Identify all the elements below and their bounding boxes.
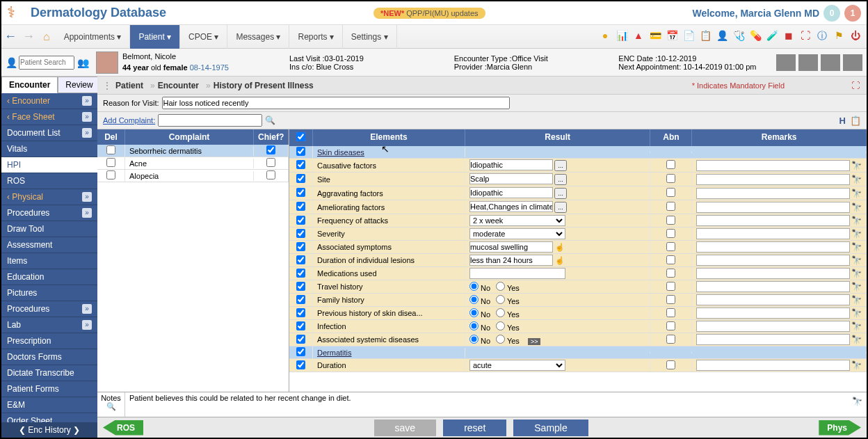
home-icon[interactable]: ⌂ [38,31,56,43]
sidebar-item-encounter[interactable]: ‹ Encounter» [1,93,97,109]
element-row[interactable]: Associated symptoms☝🔭 [289,241,867,254]
search-complaint-icon[interactable]: 🔍 [265,115,275,125]
tab-review[interactable]: Review [58,77,100,93]
col-checkall[interactable] [289,129,313,146]
element-row[interactable]: Site...🔭 [289,173,867,186]
user-icon[interactable]: 👤 [715,30,729,44]
reset-button[interactable]: reset [443,420,506,436]
binoc-icon[interactable]: 🔭 [851,216,862,225]
enc-history-button[interactable]: ❮ Enc History ❯ [1,422,97,438]
sidebar-item-prescription[interactable]: Prescription [1,333,97,349]
flag-icon[interactable]: ⚑ [832,30,846,44]
square-icon[interactable]: ◼ [782,30,796,44]
hand-icon[interactable]: ☝ [555,243,565,251]
expand-icon[interactable]: ⛶ [798,30,812,44]
binoc-icon[interactable]: 🔭 [851,242,862,252]
sidebar-item-procedures[interactable]: Procedures» [1,301,97,317]
chart-icon[interactable]: 📊 [615,30,629,44]
nav-cpoe[interactable]: CPOE ▾ [180,25,227,49]
element-row[interactable]: Severitymoderate🔭 [289,228,867,241]
patient-search-input[interactable] [19,56,74,70]
nav-back-icon[interactable]: ← [1,29,19,43]
hand-icon[interactable]: ☝ [555,256,565,264]
element-row[interactable]: Family history No Yes🔭 [289,294,867,307]
binoc-icon[interactable]: 🔭 [851,335,862,344]
sample-button[interactable]: Sample [513,420,588,436]
nav-settings[interactable]: Settings ▾ [343,25,397,49]
sidebar-item-lab[interactable]: Lab» [1,317,97,333]
sidebar-item-physical[interactable]: ‹ Physical» [1,189,97,205]
promo-badge[interactable]: *NEW* QPP/PI(MU) updates [373,8,485,19]
ellipsis-button[interactable]: ... [554,202,567,213]
patients-icon[interactable]: 👥 [74,57,92,68]
sidebar-item-face-sheet[interactable]: ‹ Face Sheet» [1,109,97,125]
sidebar-item-vitals[interactable]: Vitals [1,141,97,157]
alert-icon[interactable]: ▲ [632,30,645,44]
element-row[interactable]: Medications used🔭 [289,267,867,280]
sidebar-item-assessment[interactable]: Assessment [1,237,97,253]
banner-icon-2[interactable] [798,54,818,71]
steth-icon[interactable]: 🩺 [732,30,746,44]
notes-binoc-icon[interactable]: 🔭 [852,397,862,406]
binoc-icon[interactable]: 🔭 [851,189,862,198]
element-row[interactable]: Infection No Yes🔭 [289,320,867,333]
notif-badge-0[interactable]: 0 [823,5,840,22]
next-phys-button[interactable]: Phys [819,420,861,436]
binoc-icon[interactable]: 🔭 [851,360,862,370]
element-row[interactable]: Frequency of attacks2 x week🔭 [289,214,867,228]
binoc-icon[interactable]: 🔭 [851,321,862,331]
sidebar-item-e&m[interactable]: E&M [1,397,97,413]
add-complaint-input[interactable] [158,114,262,127]
element-row[interactable]: Dermatitis [289,346,867,359]
notes-textarea[interactable] [125,392,847,417]
patient-search-icon[interactable]: 👤 [4,57,19,68]
binoc-icon[interactable]: 🔭 [851,229,862,239]
nav-fwd-icon[interactable]: → [19,29,38,43]
breadcrumb-encounter[interactable]: Encounter [158,81,199,90]
binoc-icon[interactable]: 🔭 [851,308,862,318]
sidebar-item-hpi[interactable]: HPI [1,157,97,173]
sidebar-item-education[interactable]: Education [1,269,97,285]
notif-badge-1[interactable]: 1 [844,5,861,22]
bc-handle-icon[interactable]: ⋮ [103,81,111,90]
sidebar-item-ros[interactable]: ROS [1,173,97,189]
banner-icon-4[interactable] [843,54,862,71]
binoc-icon[interactable]: 🔭 [851,202,862,212]
sidebar-item-pictures[interactable]: Pictures [1,285,97,301]
tab-encounter[interactable]: Encounter [1,77,58,93]
add-complaint-link[interactable]: Add Complaint: [103,116,155,125]
binoc-icon[interactable]: 🔭 [851,161,862,170]
copy-icon[interactable]: 📋 [850,115,861,126]
banner-icon-3[interactable] [821,54,840,71]
sidebar-item-draw-tool[interactable]: Draw Tool [1,221,97,237]
binoc-icon[interactable]: 🔭 [851,282,862,292]
history-h-icon[interactable]: H [839,115,846,126]
nav-reports[interactable]: Reports ▾ [289,25,342,49]
save-button[interactable]: save [374,420,437,436]
clip-icon[interactable]: 📋 [698,30,712,44]
doc-icon[interactable]: 📄 [682,30,696,44]
ellipsis-button[interactable]: ... [554,160,567,171]
element-row[interactable]: Causative factors...🔭 [289,159,867,173]
element-row[interactable]: Ameliorating factors...🔭 [289,200,867,214]
element-row[interactable]: Previous history of skin disea... No Yes… [289,307,867,320]
sidebar-item-items[interactable]: Items [1,253,97,269]
info-icon[interactable]: ⓘ [815,30,829,44]
element-row[interactable]: Duration of individual lesions☝🔭 [289,254,867,267]
calendar-icon[interactable]: 📅 [665,30,679,44]
sidebar-item-procedures[interactable]: Procedures» [1,205,97,221]
fullscreen-icon[interactable]: ⛶ [851,81,860,90]
sidebar-item-doctors-forms[interactable]: Doctors Forms [1,349,97,365]
banner-icon-1[interactable] [776,54,796,71]
binoc-icon[interactable]: 🔭 [851,295,862,305]
card-icon[interactable]: 💳 [648,30,662,44]
sidebar-item-dictate-transcribe[interactable]: Dictate Transcribe [1,365,97,381]
more-button[interactable]: >> [528,338,541,345]
nav-appointments[interactable]: Appointments ▾ [56,25,131,49]
sidebar-item-order-sheet[interactable]: Order Sheet [1,413,97,422]
binoc-icon[interactable]: 🔭 [851,255,862,265]
sidebar-item-document-list[interactable]: Document List» [1,125,97,141]
element-row[interactable]: Durationacute🔭 [289,359,867,372]
complaint-row[interactable]: Seborrheic dermatitis [97,145,289,157]
element-row[interactable]: Travel history No Yes🔭 [289,280,867,294]
